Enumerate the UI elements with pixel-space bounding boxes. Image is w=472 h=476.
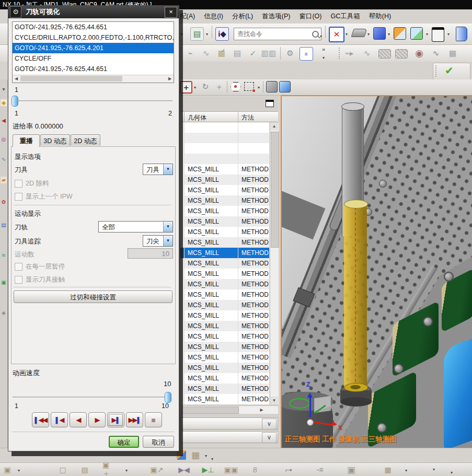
checkbox-2d-material[interactable]: 2D 除料	[15, 179, 49, 188]
dropdown-arrow-icon[interactable]: ▼	[163, 222, 172, 232]
table-row[interactable]: MCS_MILLMETHOD	[180, 269, 270, 279]
checkbox-icon[interactable]	[15, 180, 22, 188]
accept-check-icon[interactable]: ✔	[445, 64, 454, 77]
column-geometry[interactable]: 几何体	[185, 112, 238, 122]
scroll-right-icon[interactable]: ▶	[258, 406, 266, 414]
list-toolpath-icon[interactable]: ▤	[231, 47, 244, 60]
move-component-icon[interactable]: ▣↗	[151, 463, 163, 476]
chevron-down-icon[interactable]: ∨	[262, 432, 277, 443]
collapsed-section-2[interactable]: ∨	[180, 431, 278, 443]
dropdown-arrow-icon[interactable]: ▼	[163, 236, 172, 246]
assembly-cube-icon[interactable]: ▣	[1, 463, 14, 476]
go-to-end-button[interactable]: ▶▶▌	[126, 412, 143, 427]
clamp-tool-icon[interactable]: ⌐▪	[282, 463, 295, 476]
table-row[interactable]: MCS_MILLMETHOD	[180, 373, 270, 384]
vscroll-thumb[interactable]	[271, 132, 279, 248]
toolpath-visualization-dialog[interactable]: ⚙ 刀轨可视化 × GOTO/-241.925,-76.625,44.651CY…	[8, 5, 179, 451]
workpiece-icon[interactable]	[378, 49, 391, 59]
table-row[interactable]: MCS_MILLMETHOD	[180, 279, 270, 289]
menu-item[interactable]: 首选项(P)	[262, 9, 290, 24]
play-backward-button[interactable]: ◀	[70, 412, 87, 427]
dropdown-arrow-icon[interactable]: ▾	[205, 454, 207, 458]
tool-dropdown[interactable]: 刀具 ▼	[143, 164, 173, 175]
mirror-assembly-icon[interactable]: ▶◀	[178, 463, 190, 476]
dropdown-arrow-icon[interactable]: ▾	[181, 32, 183, 37]
replay-toolpath-icon[interactable]: ∿	[200, 47, 212, 60]
menu-item[interactable]: 窗口(O)	[299, 9, 321, 24]
column-method[interactable]: 方法	[238, 112, 270, 122]
overflow-icon[interactable]: »	[322, 46, 325, 52]
cancel-button[interactable]: 取消	[143, 436, 174, 448]
dropdown-arrow-icon[interactable]: ▼	[163, 164, 172, 175]
table-row[interactable]: MCS_MILLMETHOD	[180, 352, 270, 363]
strip-target-icon[interactable]: ◎	[1, 136, 7, 143]
dropdown-arrow-icon[interactable]: ▾	[206, 32, 208, 37]
strip-arrow-icon[interactable]: ▾	[1, 86, 7, 92]
toolpath-edit-icon[interactable]: ∿	[361, 47, 373, 60]
rotate-point-icon[interactable]: ↻	[200, 81, 211, 92]
scroll-right-icon[interactable]: ▶	[166, 75, 174, 82]
confirm-toolpath-icon[interactable]: ✓	[247, 47, 259, 60]
hscroll-thumb[interactable]	[181, 407, 239, 414]
clip-section-icon[interactable]	[394, 27, 406, 40]
table-row[interactable]: MCS_MILLMETHOD	[180, 258, 270, 269]
dropdown-arrow-icon[interactable]: ▾	[346, 32, 348, 37]
toolpath-line[interactable]: CYCLE/OFF	[13, 53, 174, 64]
verify-toolpath-icon[interactable]: ▦✓	[215, 47, 228, 60]
big-cube-icon[interactable]: ▣	[345, 463, 358, 476]
blank-icon[interactable]	[395, 49, 408, 59]
dialog-titlebar[interactable]: ⚙ 刀轨可视化	[8, 6, 179, 18]
spline-icon[interactable]: ∿	[430, 47, 442, 60]
table-row[interactable]: MCS_MILLMETHOD	[180, 289, 270, 300]
dropdown-arrow-icon[interactable]: ▾	[320, 34, 322, 39]
ok-button[interactable]: 确定	[109, 436, 139, 448]
dropdown-arrow-icon[interactable]: ▾	[18, 468, 20, 473]
cube-outline-icon[interactable]: ▢	[56, 463, 69, 476]
gear-icon[interactable]: ⚙	[10, 6, 21, 18]
checkbox-pause-each-level[interactable]: 在每一层暂停	[15, 262, 65, 271]
dropdown-arrow-icon[interactable]: ▾	[426, 32, 428, 37]
information-icon[interactable]: i◆	[215, 27, 229, 41]
fit-view-icon[interactable]: ✕	[329, 27, 344, 42]
tab-1[interactable]: 3D 动态	[40, 134, 70, 146]
strip-navigator-icon[interactable]: ▤	[1, 222, 7, 228]
point-circle-icon[interactable]: ◉	[413, 47, 425, 60]
toolpath-dropdown[interactable]: 全部 ▼	[98, 221, 173, 233]
dropdown-arrow-icon[interactable]: ▾	[433, 467, 435, 472]
scroll-up-icon[interactable]: ▲	[270, 122, 278, 130]
table-row[interactable]: MCS_MILLMETHOD	[180, 164, 270, 175]
checkbox-icon[interactable]	[15, 263, 22, 271]
strip-flower-icon[interactable]: ✿	[1, 199, 7, 205]
section-view-icon[interactable]	[410, 27, 423, 40]
progress-slider-thumb[interactable]	[11, 96, 18, 107]
collapsed-section-1[interactable]: ∨	[180, 417, 278, 429]
dropdown-arrow-icon[interactable]: ▾	[125, 468, 128, 473]
snap-point-icon[interactable]: ＋	[180, 81, 192, 94]
table-row[interactable]	[180, 143, 270, 154]
table-hscrollbar[interactable]: ▶	[180, 405, 278, 414]
list-hscrollbar[interactable]: ◀ ▶	[13, 75, 174, 83]
link-components-icon[interactable]: ▣▣	[225, 463, 237, 476]
table-row[interactable]: MCS_MILLMETHOD	[180, 342, 270, 352]
tab-0[interactable]: 重播	[13, 134, 40, 147]
scroll-left-icon[interactable]: ◀	[13, 75, 20, 82]
dropdown-arrow-icon[interactable]: ▾	[451, 470, 453, 475]
menu-item[interactable]: 帮助(H)	[369, 9, 391, 24]
dropdown-arrow-icon[interactable]: ▾	[258, 85, 260, 90]
generate-toolpath-icon[interactable]: ⌁	[184, 47, 197, 60]
strip-tool-icon[interactable]: ◆	[1, 99, 7, 106]
dropdown-arrow-icon[interactable]: ▾	[194, 85, 196, 90]
checkbox-show-contact[interactable]: 显示刀具接触	[15, 275, 65, 284]
dropdown-arrow-icon[interactable]: ▾	[447, 32, 450, 37]
table-row[interactable]: MCS_MILLMETHOD	[180, 206, 270, 216]
command-finder[interactable]	[234, 28, 321, 40]
shaded-display-icon[interactable]	[373, 27, 386, 40]
viewport-3d[interactable]: Z X 正三轴测图 工作 摄像机 正三轴测图	[281, 95, 472, 449]
hexagon-select-icon[interactable]	[231, 82, 241, 91]
table-row[interactable]	[180, 122, 270, 133]
strip-gem-icon[interactable]: ◈	[1, 309, 7, 316]
toolpath-line[interactable]: GOTO/-241.925,-76.625,44.651	[13, 22, 174, 32]
chevron-down-icon[interactable]: ∨	[262, 419, 277, 429]
strip-wifi-icon[interactable]: ≋	[1, 252, 7, 259]
speed-slider-thumb[interactable]	[165, 392, 171, 403]
